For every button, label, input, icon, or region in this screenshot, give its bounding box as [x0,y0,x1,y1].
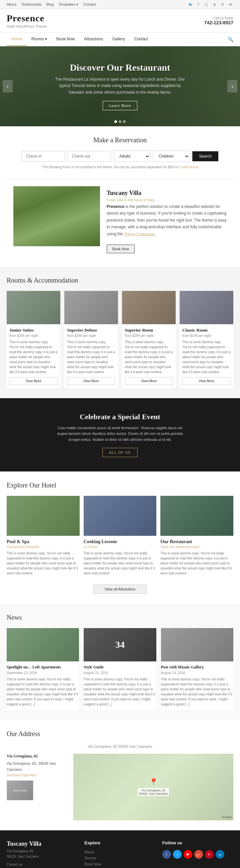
facebook-icon[interactable]: f [195,1,201,7]
room-btn-3[interactable]: View More [125,377,173,385]
mail-icon[interactable]: ✉ [227,1,233,7]
map-pin-area: 📍 Via Grengiana, 8250026, San Casciano [138,778,169,796]
footer-col-about: Tuscany Villa Via Grengiana, 82 50026, S… [7,840,78,868]
nav-items: Home Rooms ▾ Book Now Attractions Galler… [7,33,153,46]
explore-desc-1: This is some dummy copy. You're not real… [7,551,80,576]
youtube-footer-icon[interactable]: ▶ [184,850,192,859]
explore-name-3: Our Restaurant [160,539,233,545]
linkedin-footer-icon[interactable]: in [216,850,224,859]
children-select[interactable]: Children 0 1 2 [153,151,190,162]
rooms-grid: Junior Suites from $299 per night This i… [7,291,233,388]
header: Presence Hotel WordPress Theme Call us T… [0,9,240,33]
explore-card-3: Our Restaurant Taste our traditional mea… [160,496,233,579]
footer-contact-link[interactable]: Contact us [7,863,78,866]
checkin-input[interactable] [22,151,65,162]
nav-rooms[interactable]: Rooms ▾ [27,33,52,46]
hero-text-block: Discover Our Restaurant The Restaurant L… [47,56,193,117]
room-card-3: Superior Room from $299 per night This i… [122,291,176,388]
nav-booknow[interactable]: Book Now [52,33,79,46]
rss-icon[interactable]: ◎ [211,1,217,7]
topbar-link-blog[interactable]: Blog [46,2,54,6]
nav-home[interactable]: Home [7,33,27,46]
search-button[interactable]: Search [192,151,218,161]
room-image-3 [122,291,176,324]
rooms-title: Rooms & Accommodation [7,277,233,284]
event-button[interactable]: ALL OF US [102,448,138,457]
news-desc-2: This is some dummy copy. You're not real… [84,677,156,707]
event-title: Celebrate a Special Event [57,412,183,421]
news-section: News Spotlight on… Loft Apartments Septe… [0,604,240,720]
news-title-3[interactable]: Post with Mosaic Gallery [161,665,233,670]
map-pin-label: Via Grengiana, 8250026, San Casciano [138,788,169,796]
footer-col-follow: Follow us f t ▶ g+ P in [162,840,233,868]
news-date-3: August 14, 2016 [161,671,233,675]
explore-desc-3: This is some dummy copy. You're not real… [160,551,233,576]
room-card-2: Superior Deluxe from $249 per night This… [64,291,118,388]
footer-nav-rooms[interactable]: Rooms [84,856,155,860]
room-btn-4[interactable]: View More [182,377,231,385]
feature-section: Tuscany Villa 5 star villa in the heart … [7,179,233,260]
nav-gallery[interactable]: Gallery [108,33,130,46]
room-name-3: Superior Room [125,328,173,333]
hero-slider: ‹ Discover Our Restaurant The Restaurant… [0,46,240,126]
room-desc-3: This is some dummy copy. You're not real… [125,340,173,374]
nav-attractions[interactable]: Attractions [79,33,108,46]
room-info-4: Classic Room from $149 per night This is… [180,324,233,388]
news-info-2: Style Guide August 21, 2016 This is some… [84,661,156,710]
explore-info-2: Cooking Lessons Le Chiani This is some d… [84,536,157,579]
twitter-icon[interactable]: 🐦 [187,1,193,7]
header-contact: Call us Today 742-123-8527 [204,16,233,25]
theme-customizer-link[interactable]: Theme Customizer [124,232,155,236]
search-icon[interactable]: ⚲ [219,1,225,7]
room-btn-1[interactable]: View More [9,377,58,385]
room-price-1: from $299 per night [9,334,58,338]
top-bar-links: About Testimonials Blog Templates ▾ Cont… [7,2,100,7]
room-btn-2[interactable]: View More [67,377,115,385]
codecanyon-link[interactable]: CodeCanyon [179,165,199,169]
googleplus-footer-icon[interactable]: g+ [194,850,203,859]
topbar-link-contact[interactable]: Contact [83,2,96,6]
explore-card-1: Pool & Spa Find perfect tranquility This… [7,496,80,579]
footer-nav-about[interactable]: About [84,850,155,854]
explore-card-2: Cooking Lessons Le Chiani This is some d… [84,496,157,579]
tuscany-title: Tuscany Villa [107,190,227,196]
address-title: Our Address [7,730,233,738]
site-tagline: Hotel WordPress Theme [7,24,47,28]
event-description: Cras mattis consectetur purus sit amet f… [57,425,183,443]
address-details: Via Grengiana, 82 Via Grengiana, 82, 280… [7,754,67,820]
view-all-attractions-button[interactable]: View all Attractions [93,584,147,594]
topbar-link-about[interactable]: About [7,2,16,6]
reservation-section: Make a Reservation Adults 1 2 3 Children… [0,126,240,179]
explore-title: Explore Our Hotel [7,482,233,489]
news-desc-1: This is some dummy copy. You're not real… [7,677,79,707]
nav-search-icon[interactable]: 🔍 [228,37,233,42]
directions-link[interactable]: Directions right here [7,773,36,777]
instagram-icon[interactable]: ◻ [203,1,209,7]
hero-learn-more-button[interactable]: Learn More [103,101,137,110]
pinterest-footer-icon[interactable]: P [205,850,214,859]
logo-area: Presence Hotel WordPress Theme [7,13,47,28]
tuscany-stars: 5 star villa in the heart of Italy. [107,198,227,202]
nav-contact[interactable]: Contact [130,33,153,46]
footer-nav-booknow[interactable]: Book Now [84,862,155,866]
news-title-1[interactable]: Spotlight on… Loft Apartments [7,665,79,670]
site-logo[interactable]: Presence [7,13,47,24]
topbar-link-templates[interactable]: Templates ▾ [59,2,78,6]
event-content: Celebrate a Special Event Cras mattis co… [50,406,190,464]
news-card-1: Spotlight on… Loft Apartments September … [7,628,79,710]
facebook-footer-icon[interactable]: f [162,850,171,859]
news-card-2: 34 Style Guide August 21, 2016 This is s… [84,628,156,710]
book-now-button[interactable]: Book Now [107,245,135,253]
news-title-2[interactable]: Style Guide [84,665,156,670]
explore-subtitle-1: Find perfect tranquility [7,545,80,549]
tuscany-description: Presence is the perfect solution to crea… [107,203,227,237]
twitter-footer-icon[interactable]: t [173,850,182,859]
explore-image-2 [84,496,157,536]
news-image-2: 34 [84,628,156,661]
reservation-title: Make a Reservation [7,136,233,144]
room-desc-2: This is some dummy copy. You're not real… [67,340,115,374]
top-bar: About Testimonials Blog Templates ▾ Cont… [0,0,240,9]
adults-select[interactable]: Adults 1 2 3 [114,151,150,162]
checkout-input[interactable] [68,151,111,162]
topbar-link-testimonials[interactable]: Testimonials [21,2,42,6]
